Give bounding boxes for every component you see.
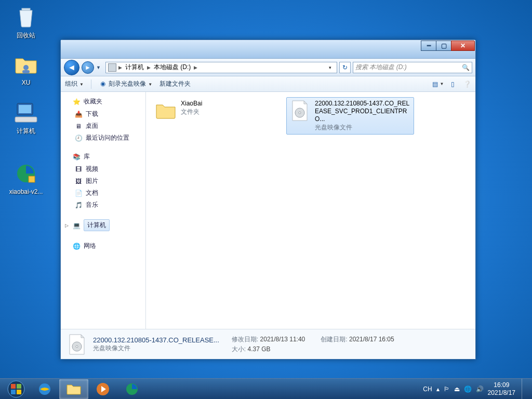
svg-point-11 bbox=[76, 345, 78, 348]
breadcrumb-computer[interactable]: 计算机 bbox=[124, 63, 145, 72]
desktop-icon-computer[interactable]: 计算机 bbox=[6, 100, 46, 136]
explorer-window: ━ ▢ ✕ ◄ ► ▼ ▶ 计算机 ▶ 本地磁盘 (D:) ▶ ▾ ↻ 搜索 本… bbox=[60, 39, 476, 360]
details-created: 2021/8/17 16:05 bbox=[349, 336, 394, 343]
star-icon: ⭐ bbox=[72, 98, 81, 106]
sidebar-pictures[interactable]: 🖼图片 bbox=[61, 175, 145, 187]
maximize-button[interactable]: ▢ bbox=[436, 41, 451, 51]
desktop-icon-user-folder[interactable]: XU bbox=[6, 52, 46, 86]
ime-indicator[interactable]: CH bbox=[423, 385, 432, 393]
sidebar-libraries[interactable]: 📚库 bbox=[61, 150, 145, 163]
sidebar-desktop[interactable]: 🖥桌面 bbox=[61, 120, 145, 132]
sidebar: ⭐收藏夹 📥下载 🖥桌面 🕘最近访问的位置 📚库 🎞视频 🖼图片 📄文档 🎵音乐… bbox=[61, 92, 146, 329]
back-button[interactable]: ◄ bbox=[64, 60, 79, 75]
sidebar-documents[interactable]: 📄文档 bbox=[61, 187, 145, 199]
clock[interactable]: 16:09 2021/8/17 bbox=[488, 381, 515, 396]
disc-icon: ◉ bbox=[99, 79, 107, 88]
svg-rect-16 bbox=[17, 390, 21, 394]
toolbar: 组织▼ ◉ 刻录光盘映像▼ 新建文件夹 ▤▼ ▯ ❔ bbox=[61, 76, 475, 92]
file-list[interactable]: XiaoBai 文件夹 22000.132.210805-1437.CO_REL… bbox=[146, 92, 475, 329]
svg-rect-4 bbox=[19, 105, 31, 113]
nav-row: ◄ ► ▼ ▶ 计算机 ▶ 本地磁盘 (D:) ▶ ▾ ↻ 搜索 本地磁盘 (D… bbox=[61, 59, 475, 76]
svg-rect-0 bbox=[22, 8, 30, 10]
minimize-button[interactable]: ━ bbox=[421, 41, 436, 51]
taskbar: CH ▴ 🏳 ⏏ 🌐 🔊 16:09 2021/8/17 bbox=[0, 378, 532, 399]
tray-chevron-icon[interactable]: ▴ bbox=[436, 385, 440, 393]
details-size: 4.37 GB bbox=[248, 345, 271, 353]
computer-icon bbox=[14, 100, 38, 125]
svg-point-12 bbox=[8, 381, 24, 397]
svg-point-1 bbox=[23, 65, 29, 70]
sidebar-favorites[interactable]: ⭐收藏夹 bbox=[61, 95, 145, 108]
taskbar-explorer[interactable] bbox=[59, 379, 88, 399]
details-modified: 2021/8/13 11:40 bbox=[260, 336, 305, 343]
sidebar-network[interactable]: 🌐网络 bbox=[61, 240, 145, 252]
show-desktop-button[interactable] bbox=[522, 379, 527, 400]
window-titlebar[interactable]: ━ ▢ ✕ bbox=[61, 40, 475, 59]
app-icon bbox=[14, 161, 38, 186]
safely-remove-icon[interactable]: ⏏ bbox=[454, 385, 460, 393]
start-button[interactable] bbox=[2, 379, 30, 400]
library-icon: 📚 bbox=[72, 153, 81, 161]
file-item-folder[interactable]: XiaoBai 文件夹 bbox=[152, 97, 280, 124]
iso-file-icon bbox=[66, 334, 88, 355]
address-dropdown[interactable]: ▾ bbox=[325, 65, 335, 70]
sidebar-videos[interactable]: 🎞视频 bbox=[61, 163, 145, 175]
taskbar-mediaplayer[interactable] bbox=[88, 379, 117, 399]
folder-icon bbox=[155, 100, 177, 122]
video-icon: 🎞 bbox=[74, 165, 83, 174]
nav-history-dropdown[interactable]: ▼ bbox=[96, 65, 103, 70]
file-item-iso[interactable]: 22000.132.210805-1437.CO_RELEASE_SVC_PRO… bbox=[286, 97, 414, 135]
desktop-icon-xiaobai[interactable]: xiaobai-v2... bbox=[6, 161, 46, 195]
details-pane: 22000.132.210805-1437.CO_RELEASE... 光盘映像… bbox=[61, 329, 475, 359]
sidebar-recent[interactable]: 🕘最近访问的位置 bbox=[61, 132, 145, 144]
computer-icon: 💻 bbox=[72, 221, 81, 230]
search-placeholder: 搜索 本地磁盘 (D:) bbox=[355, 63, 407, 72]
svg-rect-7 bbox=[29, 176, 35, 182]
music-icon: 🎵 bbox=[74, 201, 83, 209]
recent-icon: 🕘 bbox=[74, 134, 83, 142]
taskbar-app[interactable] bbox=[117, 379, 147, 399]
svg-rect-5 bbox=[15, 117, 37, 122]
taskbar-ie[interactable] bbox=[30, 379, 59, 399]
recycle-bin-icon bbox=[14, 4, 38, 29]
sidebar-computer[interactable]: ▷💻计算机 bbox=[61, 217, 145, 233]
network-icon: 🌐 bbox=[72, 242, 81, 250]
svg-rect-2 bbox=[22, 70, 30, 73]
close-button[interactable]: ✕ bbox=[451, 41, 475, 51]
address-bar[interactable]: ▶ 计算机 ▶ 本地磁盘 (D:) ▶ ▾ bbox=[105, 62, 337, 73]
sidebar-downloads[interactable]: 📥下载 bbox=[61, 108, 145, 120]
svg-rect-13 bbox=[11, 384, 16, 389]
sidebar-music[interactable]: 🎵音乐 bbox=[61, 199, 145, 211]
download-icon: 📥 bbox=[74, 110, 83, 118]
svg-rect-15 bbox=[11, 390, 16, 394]
details-type: 光盘映像文件 bbox=[93, 344, 219, 353]
search-icon: 🔍 bbox=[462, 64, 470, 71]
desktop-icon-recycle[interactable]: 回收站 bbox=[6, 4, 46, 40]
folder-icon bbox=[14, 52, 38, 77]
drive-icon bbox=[108, 63, 116, 72]
desktop-icon: 🖥 bbox=[74, 122, 83, 130]
forward-button[interactable]: ► bbox=[82, 61, 94, 74]
action-center-icon[interactable]: 🏳 bbox=[444, 385, 450, 393]
details-name: 22000.132.210805-1437.CO_RELEASE... bbox=[93, 336, 219, 344]
svg-point-9 bbox=[299, 112, 301, 114]
picture-icon: 🖼 bbox=[74, 177, 83, 185]
refresh-button[interactable]: ↻ bbox=[339, 62, 351, 73]
iso-file-icon bbox=[289, 100, 311, 122]
svg-rect-14 bbox=[17, 384, 21, 389]
help-button[interactable]: ❔ bbox=[463, 80, 471, 88]
preview-pane-button[interactable]: ▯ bbox=[448, 80, 457, 88]
network-icon[interactable]: 🌐 bbox=[464, 385, 472, 393]
new-folder-button[interactable]: 新建文件夹 bbox=[159, 79, 191, 88]
volume-icon[interactable]: 🔊 bbox=[476, 385, 484, 393]
system-tray: CH ▴ 🏳 ⏏ 🌐 🔊 16:09 2021/8/17 bbox=[423, 379, 530, 400]
organize-menu[interactable]: 组织▼ bbox=[65, 79, 84, 88]
search-input[interactable]: 搜索 本地磁盘 (D:) 🔍 bbox=[353, 62, 472, 73]
burn-button[interactable]: ◉ 刻录光盘映像▼ bbox=[99, 79, 152, 88]
view-menu[interactable]: ▤▼ bbox=[434, 80, 442, 88]
breadcrumb-drive[interactable]: 本地磁盘 (D:) bbox=[153, 63, 192, 72]
document-icon: 📄 bbox=[74, 189, 83, 197]
